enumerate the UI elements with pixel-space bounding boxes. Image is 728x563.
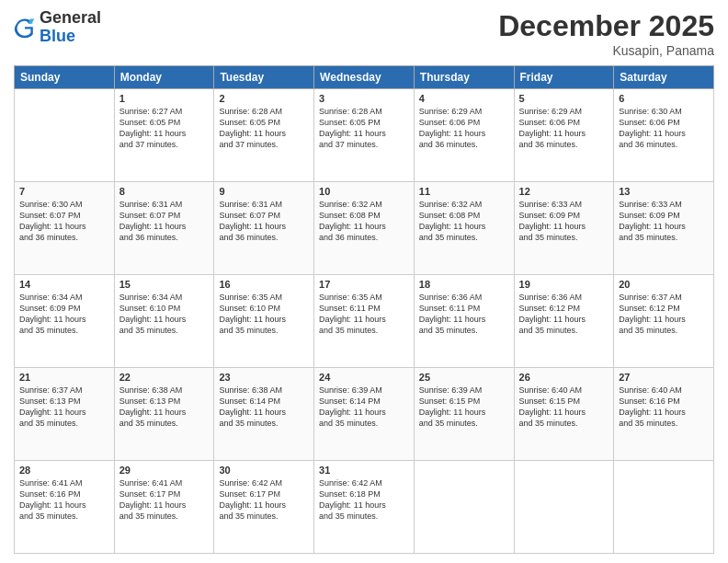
calendar-week-0: 1Sunrise: 6:27 AMSunset: 6:05 PMDaylight… bbox=[15, 89, 714, 182]
day-info: Sunrise: 6:31 AMSunset: 6:07 PMDaylight:… bbox=[119, 199, 210, 244]
day-info: Sunrise: 6:42 AMSunset: 6:18 PMDaylight:… bbox=[319, 477, 409, 523]
table-row: 24Sunrise: 6:39 AMSunset: 6:14 PMDayligh… bbox=[314, 368, 415, 461]
day-info: Sunrise: 6:40 AMSunset: 6:15 PMDaylight:… bbox=[519, 385, 609, 430]
table-row: 30Sunrise: 6:42 AMSunset: 6:17 PMDayligh… bbox=[214, 461, 314, 554]
table-row: 23Sunrise: 6:38 AMSunset: 6:14 PMDayligh… bbox=[214, 368, 314, 461]
table-row: 13Sunrise: 6:33 AMSunset: 6:09 PMDayligh… bbox=[614, 182, 714, 275]
table-row: 21Sunrise: 6:37 AMSunset: 6:13 PMDayligh… bbox=[15, 368, 115, 461]
day-number: 6 bbox=[619, 93, 709, 104]
col-wednesday: Wednesday bbox=[314, 66, 415, 89]
day-number: 17 bbox=[319, 279, 409, 290]
col-thursday: Thursday bbox=[414, 66, 514, 89]
table-row: 20Sunrise: 6:37 AMSunset: 6:12 PMDayligh… bbox=[614, 275, 714, 368]
calendar: Sunday Monday Tuesday Wednesday Thursday… bbox=[14, 65, 714, 554]
day-info: Sunrise: 6:30 AMSunset: 6:07 PMDaylight:… bbox=[19, 199, 109, 244]
day-number: 1 bbox=[119, 93, 210, 104]
table-row: 12Sunrise: 6:33 AMSunset: 6:09 PMDayligh… bbox=[514, 182, 614, 275]
day-info: Sunrise: 6:31 AMSunset: 6:07 PMDaylight:… bbox=[219, 199, 309, 244]
table-row: 17Sunrise: 6:35 AMSunset: 6:11 PMDayligh… bbox=[314, 275, 415, 368]
day-number: 19 bbox=[519, 279, 609, 290]
day-info: Sunrise: 6:34 AMSunset: 6:10 PMDaylight:… bbox=[119, 292, 210, 337]
table-row: 8Sunrise: 6:31 AMSunset: 6:07 PMDaylight… bbox=[114, 182, 214, 275]
day-info: Sunrise: 6:29 AMSunset: 6:06 PMDaylight:… bbox=[419, 106, 509, 151]
day-number: 12 bbox=[519, 186, 609, 197]
col-monday: Monday bbox=[114, 66, 214, 89]
header-row: Sunday Monday Tuesday Wednesday Thursday… bbox=[15, 66, 714, 89]
table-row bbox=[15, 89, 115, 182]
table-row: 7Sunrise: 6:30 AMSunset: 6:07 PMDaylight… bbox=[15, 182, 115, 275]
day-info: Sunrise: 6:36 AMSunset: 6:12 PMDaylight:… bbox=[519, 292, 609, 337]
day-number: 5 bbox=[519, 93, 609, 104]
col-friday: Friday bbox=[514, 66, 614, 89]
day-info: Sunrise: 6:41 AMSunset: 6:16 PMDaylight:… bbox=[19, 477, 109, 523]
table-row: 9Sunrise: 6:31 AMSunset: 6:07 PMDaylight… bbox=[214, 182, 314, 275]
day-number: 20 bbox=[619, 279, 709, 290]
day-number: 28 bbox=[19, 465, 109, 476]
logo-text: General Blue bbox=[40, 9, 101, 46]
table-row: 18Sunrise: 6:36 AMSunset: 6:11 PMDayligh… bbox=[414, 275, 514, 368]
table-row: 11Sunrise: 6:32 AMSunset: 6:08 PMDayligh… bbox=[414, 182, 514, 275]
table-row: 16Sunrise: 6:35 AMSunset: 6:10 PMDayligh… bbox=[214, 275, 314, 368]
day-number: 23 bbox=[219, 372, 309, 383]
table-row: 4Sunrise: 6:29 AMSunset: 6:06 PMDaylight… bbox=[414, 89, 514, 182]
calendar-week-3: 21Sunrise: 6:37 AMSunset: 6:13 PMDayligh… bbox=[15, 368, 714, 461]
table-row bbox=[414, 461, 514, 554]
day-info: Sunrise: 6:28 AMSunset: 6:05 PMDaylight:… bbox=[219, 106, 309, 151]
table-row: 29Sunrise: 6:41 AMSunset: 6:17 PMDayligh… bbox=[114, 461, 214, 554]
day-number: 7 bbox=[19, 186, 109, 197]
day-info: Sunrise: 6:37 AMSunset: 6:12 PMDaylight:… bbox=[619, 292, 709, 337]
day-number: 13 bbox=[619, 186, 709, 197]
day-number: 8 bbox=[119, 186, 210, 197]
logo: General Blue bbox=[14, 9, 101, 46]
day-info: Sunrise: 6:35 AMSunset: 6:11 PMDaylight:… bbox=[319, 292, 409, 337]
day-info: Sunrise: 6:32 AMSunset: 6:08 PMDaylight:… bbox=[419, 199, 509, 244]
day-number: 25 bbox=[419, 372, 509, 383]
day-info: Sunrise: 6:34 AMSunset: 6:09 PMDaylight:… bbox=[19, 292, 109, 337]
day-number: 30 bbox=[219, 465, 309, 476]
table-row: 19Sunrise: 6:36 AMSunset: 6:12 PMDayligh… bbox=[514, 275, 614, 368]
day-number: 22 bbox=[119, 372, 210, 383]
calendar-week-4: 28Sunrise: 6:41 AMSunset: 6:16 PMDayligh… bbox=[15, 461, 714, 554]
day-info: Sunrise: 6:39 AMSunset: 6:15 PMDaylight:… bbox=[419, 385, 509, 430]
day-number: 2 bbox=[219, 93, 309, 104]
day-info: Sunrise: 6:33 AMSunset: 6:09 PMDaylight:… bbox=[519, 199, 609, 244]
day-info: Sunrise: 6:38 AMSunset: 6:13 PMDaylight:… bbox=[119, 385, 210, 430]
day-number: 4 bbox=[419, 93, 509, 104]
month-title: December 2025 bbox=[498, 9, 714, 43]
table-row: 14Sunrise: 6:34 AMSunset: 6:09 PMDayligh… bbox=[15, 275, 115, 368]
day-number: 15 bbox=[119, 279, 210, 290]
day-info: Sunrise: 6:38 AMSunset: 6:14 PMDaylight:… bbox=[219, 385, 309, 430]
table-row: 3Sunrise: 6:28 AMSunset: 6:05 PMDaylight… bbox=[314, 89, 415, 182]
day-info: Sunrise: 6:36 AMSunset: 6:11 PMDaylight:… bbox=[419, 292, 509, 337]
day-number: 9 bbox=[219, 186, 309, 197]
table-row: 31Sunrise: 6:42 AMSunset: 6:18 PMDayligh… bbox=[314, 461, 415, 554]
table-row: 5Sunrise: 6:29 AMSunset: 6:06 PMDaylight… bbox=[514, 89, 614, 182]
day-number: 24 bbox=[319, 372, 409, 383]
table-row: 25Sunrise: 6:39 AMSunset: 6:15 PMDayligh… bbox=[414, 368, 514, 461]
day-number: 11 bbox=[419, 186, 509, 197]
day-number: 16 bbox=[219, 279, 309, 290]
day-info: Sunrise: 6:41 AMSunset: 6:17 PMDaylight:… bbox=[119, 477, 210, 523]
subtitle: Kusapin, Panama bbox=[498, 43, 714, 58]
header: General Blue December 2025 Kusapin, Pana… bbox=[14, 9, 714, 58]
calendar-week-1: 7Sunrise: 6:30 AMSunset: 6:07 PMDaylight… bbox=[15, 182, 714, 275]
table-row bbox=[514, 461, 614, 554]
table-row: 1Sunrise: 6:27 AMSunset: 6:05 PMDaylight… bbox=[114, 89, 214, 182]
table-row: 26Sunrise: 6:40 AMSunset: 6:15 PMDayligh… bbox=[514, 368, 614, 461]
day-info: Sunrise: 6:27 AMSunset: 6:05 PMDaylight:… bbox=[119, 106, 210, 151]
col-saturday: Saturday bbox=[614, 66, 714, 89]
table-row: 10Sunrise: 6:32 AMSunset: 6:08 PMDayligh… bbox=[314, 182, 415, 275]
day-number: 27 bbox=[619, 372, 709, 383]
table-row: 22Sunrise: 6:38 AMSunset: 6:13 PMDayligh… bbox=[114, 368, 214, 461]
day-info: Sunrise: 6:30 AMSunset: 6:06 PMDaylight:… bbox=[619, 106, 709, 151]
day-number: 10 bbox=[319, 186, 409, 197]
page: General Blue December 2025 Kusapin, Pana… bbox=[0, 0, 728, 563]
day-number: 14 bbox=[19, 279, 109, 290]
table-row: 6Sunrise: 6:30 AMSunset: 6:06 PMDaylight… bbox=[614, 89, 714, 182]
day-info: Sunrise: 6:39 AMSunset: 6:14 PMDaylight:… bbox=[319, 385, 409, 430]
table-row: 15Sunrise: 6:34 AMSunset: 6:10 PMDayligh… bbox=[114, 275, 214, 368]
col-sunday: Sunday bbox=[15, 66, 115, 89]
day-number: 3 bbox=[319, 93, 409, 104]
day-number: 26 bbox=[519, 372, 609, 383]
table-row: 27Sunrise: 6:40 AMSunset: 6:16 PMDayligh… bbox=[614, 368, 714, 461]
